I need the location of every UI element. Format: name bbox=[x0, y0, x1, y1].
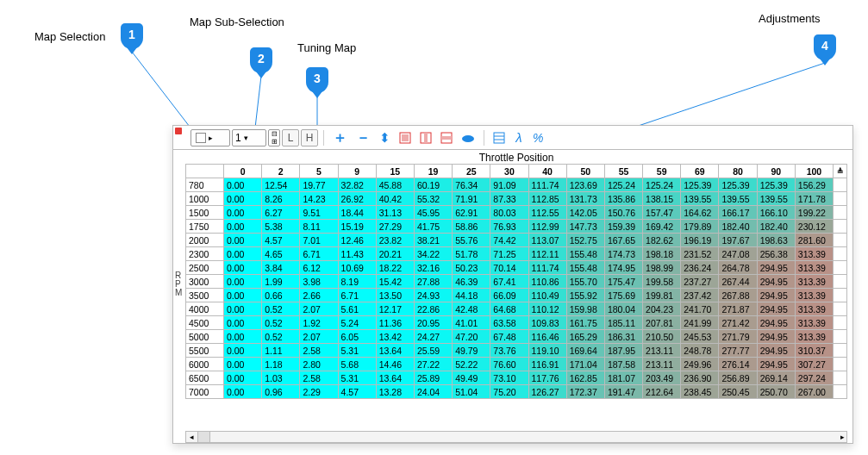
map-cell[interactable]: 294.95 bbox=[757, 275, 795, 289]
map-cell[interactable]: 3.98 bbox=[300, 275, 338, 289]
map-cell[interactable]: 125.39 bbox=[681, 178, 719, 192]
row-header[interactable]: 6000 bbox=[186, 358, 224, 371]
map-cell[interactable]: 264.78 bbox=[719, 261, 757, 275]
map-cell[interactable]: 166.17 bbox=[719, 206, 757, 220]
col-header[interactable]: 40 bbox=[528, 165, 566, 178]
map-cell[interactable]: 2.29 bbox=[300, 385, 338, 399]
map-cell[interactable]: 267.44 bbox=[719, 275, 757, 289]
map-cell[interactable]: 147.73 bbox=[566, 220, 604, 234]
map-cell[interactable]: 0.00 bbox=[224, 330, 262, 344]
col-header[interactable]: 90 bbox=[757, 165, 795, 178]
map-cell[interactable]: 0.00 bbox=[224, 178, 262, 192]
map-cell[interactable]: 271.42 bbox=[719, 316, 757, 330]
map-cell[interactable]: 236.24 bbox=[681, 261, 719, 275]
map-cell[interactable]: 45.88 bbox=[376, 178, 414, 192]
map-cell[interactable]: 18.44 bbox=[338, 206, 376, 220]
map-cell[interactable]: 237.42 bbox=[681, 289, 719, 302]
map-cell[interactable]: 45.95 bbox=[414, 206, 452, 220]
map-cell[interactable]: 70.14 bbox=[490, 261, 528, 275]
map-cell[interactable]: 112.99 bbox=[528, 220, 566, 234]
map-cell[interactable]: 58.86 bbox=[453, 220, 490, 234]
map-cell[interactable]: 20.95 bbox=[414, 316, 452, 330]
map-cell[interactable]: 44.18 bbox=[453, 289, 490, 302]
map-cell[interactable]: 294.95 bbox=[757, 330, 795, 344]
map-cell[interactable]: 0.52 bbox=[262, 316, 300, 330]
cloud-button[interactable] bbox=[458, 129, 478, 146]
map-cell[interactable]: 271.87 bbox=[719, 302, 757, 316]
map-cell[interactable]: 110.86 bbox=[528, 275, 566, 289]
col-header[interactable]: 19 bbox=[414, 165, 452, 178]
map-cell[interactable]: 7.01 bbox=[300, 234, 338, 247]
map-cell[interactable]: 0.52 bbox=[262, 302, 300, 316]
map-cell[interactable]: 4.57 bbox=[338, 385, 376, 399]
col-header[interactable]: 25 bbox=[453, 165, 490, 178]
map-cell[interactable]: 119.10 bbox=[528, 344, 566, 358]
map-cell[interactable]: 125.24 bbox=[643, 178, 681, 192]
map-cell[interactable]: 5.38 bbox=[262, 220, 300, 234]
column-button[interactable] bbox=[416, 129, 435, 146]
map-cell[interactable]: 24.04 bbox=[414, 385, 452, 399]
map-cell[interactable]: 6.05 bbox=[338, 330, 376, 344]
map-cell[interactable]: 11.43 bbox=[338, 247, 376, 261]
map-cell[interactable]: 199.81 bbox=[643, 289, 681, 302]
map-cell[interactable]: 186.31 bbox=[604, 330, 642, 344]
map-cell[interactable]: 5.68 bbox=[338, 358, 376, 371]
map-cell[interactable]: 187.95 bbox=[604, 344, 642, 358]
map-cell[interactable]: 155.48 bbox=[566, 261, 604, 275]
map-cell[interactable]: 241.70 bbox=[681, 302, 719, 316]
map-cell[interactable]: 174.95 bbox=[604, 261, 642, 275]
map-cell[interactable]: 67.41 bbox=[490, 275, 528, 289]
map-cell[interactable]: 1.11 bbox=[262, 344, 300, 358]
map-cell[interactable]: 13.50 bbox=[376, 289, 414, 302]
map-cell[interactable]: 126.27 bbox=[528, 385, 566, 399]
map-cell[interactable]: 38.21 bbox=[414, 234, 452, 247]
map-cell[interactable]: 0.00 bbox=[224, 289, 262, 302]
row-header[interactable]: 1750 bbox=[186, 220, 224, 234]
map-cell[interactable]: 310.37 bbox=[795, 344, 833, 358]
map-cell[interactable]: 109.83 bbox=[528, 316, 566, 330]
map-cell[interactable]: 0.66 bbox=[262, 289, 300, 302]
map-cell[interactable]: 139.55 bbox=[719, 192, 757, 206]
map-cell[interactable]: 73.76 bbox=[490, 344, 528, 358]
map-cell[interactable]: 13.64 bbox=[376, 371, 414, 385]
map-cell[interactable]: 237.27 bbox=[681, 275, 719, 289]
map-cell[interactable]: 125.39 bbox=[757, 178, 795, 192]
map-cell[interactable]: 0.96 bbox=[262, 385, 300, 399]
horizontal-scrollbar[interactable]: ◂ ▸ bbox=[185, 431, 847, 443]
map-cell[interactable]: 113.07 bbox=[528, 234, 566, 247]
map-cell[interactable]: 185.11 bbox=[604, 316, 642, 330]
map-cell[interactable]: 112.55 bbox=[528, 206, 566, 220]
map-cell[interactable]: 2.66 bbox=[300, 289, 338, 302]
map-cell[interactable]: 307.27 bbox=[795, 358, 833, 371]
map-cell[interactable]: 267.88 bbox=[719, 289, 757, 302]
map-cell[interactable]: 76.34 bbox=[453, 178, 490, 192]
increment-button[interactable]: ＋ bbox=[329, 129, 351, 146]
map-cell[interactable]: 42.48 bbox=[453, 302, 490, 316]
map-cell[interactable]: 294.95 bbox=[757, 316, 795, 330]
map-cell[interactable]: 123.69 bbox=[566, 178, 604, 192]
map-cell[interactable]: 15.19 bbox=[338, 220, 376, 234]
map-cell[interactable]: 25.89 bbox=[414, 371, 452, 385]
map-cell[interactable]: 0.00 bbox=[224, 358, 262, 371]
row-header[interactable]: 2500 bbox=[186, 261, 224, 275]
map-cell[interactable]: 294.95 bbox=[757, 261, 795, 275]
map-cell[interactable]: 32.16 bbox=[414, 261, 452, 275]
map-cell[interactable]: 5.24 bbox=[338, 316, 376, 330]
map-cell[interactable]: 247.08 bbox=[719, 247, 757, 261]
col-header-end-icon[interactable]: ≜ bbox=[834, 165, 847, 178]
map-cell[interactable]: 2.58 bbox=[300, 371, 338, 385]
map-selection-dropdown[interactable]: ▸ bbox=[190, 129, 230, 146]
map-cell[interactable]: 46.39 bbox=[453, 275, 490, 289]
map-cell[interactable]: 313.39 bbox=[795, 316, 833, 330]
map-cell[interactable]: 6.12 bbox=[300, 261, 338, 275]
map-cell[interactable]: 241.99 bbox=[681, 316, 719, 330]
map-cell[interactable]: 182.62 bbox=[643, 234, 681, 247]
map-cell[interactable]: 0.00 bbox=[224, 220, 262, 234]
map-cell[interactable]: 125.39 bbox=[719, 178, 757, 192]
map-cell[interactable]: 63.58 bbox=[490, 316, 528, 330]
map-cell[interactable]: 138.15 bbox=[643, 192, 681, 206]
tuning-map-table[interactable]: 02591519253040505559698090100≜ 7800.0012… bbox=[185, 164, 847, 399]
map-cell[interactable]: 116.91 bbox=[528, 358, 566, 371]
map-cell[interactable]: 155.70 bbox=[566, 275, 604, 289]
map-cell[interactable]: 41.75 bbox=[414, 220, 452, 234]
